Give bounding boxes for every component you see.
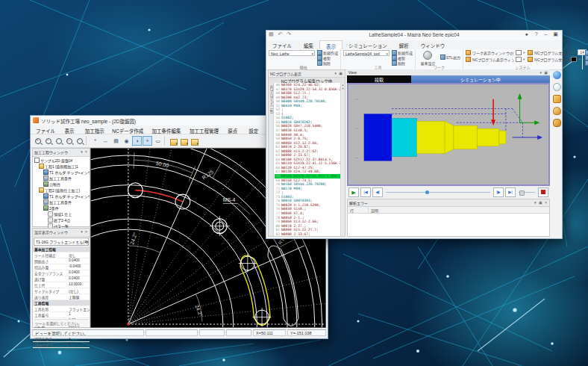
tool-selector-dropdown[interactable]: T1-16G フラットエンドミル(4枚刃) — [34, 238, 89, 246]
nc-line[interactable]: 82N0090 Z-33.67; — [275, 232, 341, 236]
progress-slider[interactable] — [384, 188, 492, 196]
property-row[interactable]: 工具番号1 — [33, 312, 90, 318]
property-row[interactable]: 開始高さ0.0400 — [33, 258, 90, 264]
orbit-view-icon[interactable] — [553, 71, 561, 79]
tree-item[interactable]: 2条件 — [33, 205, 90, 211]
menu-item[interactable]: NCデータ作成(N) — [110, 126, 148, 133]
nc-scrollbar[interactable]: ▲▼ — [340, 83, 345, 236]
ribbon-button[interactable]: オプション2 — [585, 55, 588, 60]
layer-folder-icon[interactable]: ▾ — [169, 136, 178, 146]
slider-thumb[interactable] — [519, 190, 525, 196]
color-swatch[interactable] — [516, 57, 522, 62]
zoom-in-icon[interactable]: + — [33, 136, 43, 146]
menu-item[interactable]: 表示(V) — [63, 126, 81, 133]
property-row[interactable]: 切込み量-0.0400 — [33, 264, 90, 270]
menu-item[interactable]: 設定(S) — [246, 126, 265, 133]
settings-icon[interactable]: * — [90, 136, 100, 146]
cam-title-bar[interactable]: ▤ ↶ ↷ LatheSample04 - Mazra Neo Serie ep… — [266, 31, 562, 41]
ribbon-tab[interactable]: シミュレーション — [343, 40, 393, 49]
pane-header-icons[interactable]: ▾ ▣ — [334, 71, 343, 75]
property-row[interactable]: 仕上代13.0000 — [33, 282, 90, 288]
tree-item[interactable]: サンプル2D-旋盤04 — [33, 157, 90, 163]
zoom-out-icon[interactable]: − — [43, 136, 53, 146]
setup-tab[interactable]: 段取 — [347, 75, 411, 83]
color-swatch[interactable] — [516, 50, 522, 55]
pane-header-icons[interactable]: ▾ × — [81, 229, 88, 234]
tool-display-icon[interactable] — [553, 119, 561, 127]
restore-button[interactable]: ▣ — [551, 31, 560, 37]
minimize-button[interactable]: – — [542, 31, 550, 37]
property-row[interactable]: 安全クリアランス0.0400 — [33, 270, 90, 276]
tree-item[interactable]: 工程1 [旋削粗加工]1 — [33, 163, 90, 169]
nc-vertical-tab[interactable]: NCプログラム一覧 — [269, 83, 274, 236]
pane-header-icons[interactable]: ▾ ▣ — [539, 70, 548, 75]
play-button[interactable]: ▶ — [348, 187, 359, 197]
user-icon[interactable]: ● — [522, 31, 531, 37]
tool-dropdown[interactable]: LatheSample04_tool — [343, 50, 390, 56]
origin-cross-icon[interactable]: + — [143, 136, 152, 146]
step-forward-button[interactable]: |▶ — [493, 187, 504, 197]
pane-header-icons[interactable]: ▾ ▣ × — [534, 200, 548, 205]
tree-item[interactable]: 刃物台 — [33, 181, 90, 187]
system-setting-row[interactable]: NCプログラム文字色▾ — [528, 57, 588, 61]
skip-start-button[interactable]: |◀ — [360, 187, 371, 197]
system-setting-row[interactable]: NCプログラム文字サイズ14▾ — [528, 50, 588, 55]
tree-item[interactable]: 領域1 仕上 — [33, 211, 90, 217]
measure-icon[interactable]: ▭ — [153, 136, 163, 146]
tree-item[interactable]: T1 ホルダ:チップ+インサート — [33, 193, 90, 199]
ribbon-tab[interactable]: 編集 — [298, 40, 319, 49]
property-row[interactable]: サイクルタイプ(なし) — [33, 288, 90, 294]
pane-header-icons[interactable]: ▾ × — [81, 149, 88, 154]
property-row[interactable]: ツール径補正なし — [33, 252, 90, 258]
property-row[interactable]: 逃げ量0.0400 — [33, 276, 90, 282]
slider-thumb[interactable] — [425, 190, 429, 194]
ribbon-button[interactable]: シリアル認証 — [585, 61, 588, 65]
ribbon-button[interactable]: STL出力 — [440, 55, 460, 59]
ribbon-tab[interactable]: ファイル — [266, 40, 298, 49]
zoom-previous-icon[interactable]: ◦ — [75, 136, 84, 146]
ribbon-button[interactable]: 複製 — [317, 55, 338, 60]
menu-item[interactable]: 加工条件編集(E) — [150, 126, 186, 133]
help-icon[interactable]: ? — [532, 31, 540, 37]
menu-item[interactable]: 加工指示(I) — [83, 126, 109, 133]
error-pane-header[interactable]: 解析エラー ▾ ▣ × — [348, 199, 549, 207]
property-row[interactable]: 工具名称フラットエンドミル — [33, 306, 90, 312]
tree-item[interactable]: 加工工具条件 — [33, 199, 90, 205]
property-row[interactable]: 長補正番号1 — [33, 342, 90, 348]
ribbon-button[interactable]: 複製 — [392, 55, 413, 60]
skip-end-button[interactable]: ▶| — [505, 187, 516, 197]
menu-item[interactable]: ファイル(F) — [34, 126, 61, 133]
zoom-view-icon[interactable] — [553, 83, 561, 91]
zoom-fit-icon[interactable] — [54, 136, 63, 146]
stop-button[interactable] — [538, 187, 548, 197]
view-icon[interactable]: ◉ — [122, 136, 131, 146]
system-setting-row[interactable]: NCプログラム表示ウィンドウ背景色▾ — [466, 57, 525, 61]
tree-item[interactable]: 終了2-4点 — [33, 217, 90, 223]
display-toggle-icon[interactable]: ◑ — [132, 136, 142, 146]
tree-item[interactable]: 工程2 [旋削仕上加工] — [33, 187, 90, 193]
machine-dropdown[interactable]: Neo_Lathe — [269, 50, 315, 56]
step-back-button[interactable]: ◀| — [372, 187, 383, 197]
tree-item[interactable]: T1 ホルダ:チップ+インサート — [33, 169, 90, 175]
menu-item[interactable]: 加工工程管理(M) — [187, 126, 224, 133]
ribbon-tab[interactable]: 解析 — [393, 40, 415, 49]
nc-pane-header[interactable]: NCプログラム表示 ▾ ▣ — [269, 70, 345, 78]
output-folder-icon[interactable]: ▾ — [190, 136, 199, 146]
property-row[interactable]: 送り速度上限値 — [33, 294, 90, 300]
ribbon-button[interactable]: 新規作成 — [392, 50, 413, 55]
menu-item[interactable]: 原点(O) — [225, 126, 245, 133]
tree-item[interactable]: 加工工具条件 — [33, 175, 90, 181]
process-folder-icon[interactable]: ▾ — [179, 136, 189, 146]
stock-display-icon[interactable] — [553, 95, 561, 103]
color-swatch[interactable] — [571, 57, 577, 62]
ribbon-button[interactable]: 新規作成 — [317, 50, 338, 55]
print-icon[interactable]: ▤ — [111, 136, 121, 146]
simulation-viewport[interactable] — [347, 83, 550, 186]
datum-setting-button[interactable]: 基準設定 — [418, 50, 438, 66]
ribbon-tab[interactable]: ウィンドウ — [415, 40, 451, 49]
workpiece-display-icon[interactable] — [553, 107, 561, 115]
zoom-window-icon[interactable]: □ — [64, 136, 74, 146]
ribbon-button[interactable]: オプション1 — [585, 50, 588, 55]
pan-icon[interactable]: ↔ — [101, 136, 110, 146]
system-setting-row[interactable]: ワーク表示ウィンドウの背景色▾ — [466, 50, 525, 55]
